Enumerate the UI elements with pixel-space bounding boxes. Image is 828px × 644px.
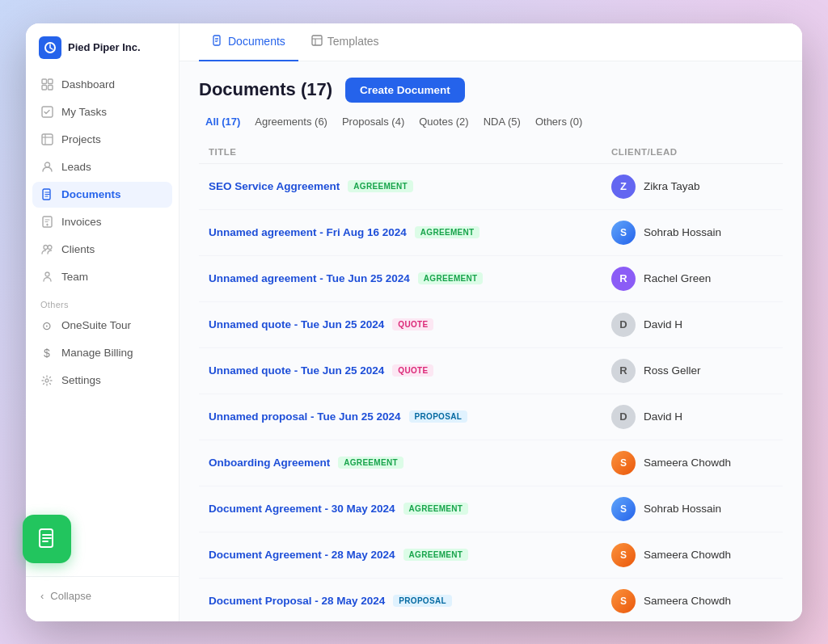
dashboard-icon (40, 78, 53, 91)
sidebar-nav: Dashboard My Tasks (26, 72, 179, 290)
doc-info: SEO Service Aggreement AGREEMENT (209, 180, 611, 192)
doc-badge: AGREEMENT (403, 549, 469, 561)
table-row[interactable]: SEO Service Aggreement AGREEMENT Z Zikra… (199, 164, 783, 210)
create-document-button[interactable]: Create Document (345, 78, 465, 103)
doc-badge: AGREEMENT (418, 272, 484, 284)
sidebar-item-label: Dashboard (61, 78, 115, 90)
client-name: Sohrab Hossain (644, 226, 721, 238)
sidebar-item-label: Manage Billing (61, 347, 133, 359)
tour-icon: ⊙ (40, 319, 53, 332)
doc-client: R Rachel Green (611, 267, 773, 291)
sidebar-item-manage-billing[interactable]: $ Manage Billing (32, 340, 172, 366)
sidebar-item-label: Team (61, 271, 88, 283)
tab-documents-icon (212, 35, 223, 48)
table-row[interactable]: Onboarding Agreement AGREEMENT S Sameera… (199, 440, 783, 486)
avatar: S (611, 451, 636, 475)
avatar: D (611, 313, 636, 337)
filter-all[interactable]: All (17) (199, 112, 247, 131)
doc-badge: PROPOSAL (409, 410, 468, 423)
avatar: D (611, 405, 636, 429)
tab-templates-label: Templates (327, 35, 379, 48)
filter-tabs: All (17) Agreements (6) Proposals (4) Qu… (180, 112, 802, 141)
avatar: S (611, 221, 636, 245)
doc-info: Unnamed quote - Tue Jun 25 2024 QUOTE (209, 364, 611, 377)
sidebar-item-label: Invoices (61, 216, 102, 228)
sidebar-item-leads[interactable]: Leads (32, 154, 172, 180)
collapse-label: Collapse (50, 590, 91, 602)
sidebar-bottom: ‹ Collapse (26, 576, 179, 608)
sidebar-item-label: OneSuite Tour (61, 319, 131, 331)
billing-icon: $ (40, 347, 53, 360)
table-row[interactable]: Document Agreement - 28 May 2024 AGREEME… (199, 532, 783, 579)
sidebar-item-dashboard[interactable]: Dashboard (32, 72, 172, 98)
svg-rect-6 (42, 134, 53, 145)
sidebar-item-onesuite-tour[interactable]: ⊙ OneSuite Tour (32, 313, 172, 339)
doc-title: Unnamed quote - Tue Jun 25 2024 (209, 318, 384, 330)
doc-client: D David H (611, 313, 773, 337)
sidebar-item-projects[interactable]: Projects (32, 127, 172, 153)
doc-badge: QUOTE (392, 318, 433, 330)
sidebar-item-clients[interactable]: Clients (32, 237, 172, 263)
sidebar-item-settings[interactable]: Settings (32, 368, 172, 394)
table-header: TITLE CLIENT/LEAD (199, 141, 783, 164)
tasks-icon (40, 106, 53, 119)
filter-nda[interactable]: NDA (5) (477, 112, 527, 131)
sidebar-item-label: Documents (61, 188, 121, 200)
doc-badge: AGREEMENT (415, 226, 480, 238)
chevron-left-icon: ‹ (40, 590, 44, 602)
page-header: Documents (17) Create Document (180, 61, 802, 112)
doc-client: Z Zikra Tayab (611, 175, 773, 199)
sidebar-item-team[interactable]: Team (32, 264, 172, 290)
doc-client: S Sameera Chowdh (611, 451, 773, 475)
doc-title: Unnamed agreement - Fri Aug 16 2024 (209, 226, 407, 238)
clients-icon (40, 243, 53, 256)
filter-proposals[interactable]: Proposals (4) (336, 112, 411, 131)
invoices-icon (40, 216, 53, 229)
client-name: David H (644, 410, 682, 423)
client-name: Rachel Green (644, 272, 711, 284)
doc-info: Onboarding Agreement AGREEMENT (209, 457, 611, 469)
doc-title: Unnamed agreement - Tue Jun 25 2024 (209, 272, 410, 284)
table-row[interactable]: Unnamed agreement - Fri Aug 16 2024 AGRE… (199, 210, 783, 256)
doc-title: Unnamed proposal - Tue Jun 25 2024 (209, 410, 401, 423)
table-row[interactable]: Document Agreement - 30 May 2024 AGREEME… (199, 486, 783, 532)
avatar: R (611, 359, 636, 383)
table-row[interactable]: Unnamed quote - Tue Jun 25 2024 QUOTE D … (199, 302, 783, 348)
sidebar-item-label: Projects (61, 133, 101, 145)
table-row[interactable]: Unnamed quote - Tue Jun 25 2024 QUOTE R … (199, 348, 783, 394)
doc-title: Onboarding Agreement (209, 457, 330, 469)
doc-info: Unnamed agreement - Tue Jun 25 2024 AGRE… (209, 272, 611, 284)
tab-templates[interactable]: Templates (298, 23, 392, 61)
doc-title: SEO Service Aggreement (209, 180, 340, 192)
main-content: Documents Templates Documents (17) Creat… (180, 23, 802, 621)
doc-info: Document Proposal - 28 May 2024 PROPOSAL (209, 595, 611, 607)
doc-info: Document Agreement - 30 May 2024 AGREEME… (209, 503, 611, 515)
app-window: Pied Piper Inc. Dashboard (26, 23, 802, 621)
svg-point-14 (45, 272, 49, 276)
doc-client: S Sameera Chowdh (611, 589, 773, 613)
sidebar-item-documents[interactable]: Documents (32, 182, 172, 208)
tab-documents[interactable]: Documents (199, 23, 298, 61)
table-row[interactable]: Document Proposal - 28 May 2024 PROPOSAL… (199, 579, 783, 621)
settings-icon (40, 374, 53, 387)
projects-icon (40, 133, 53, 146)
filter-others[interactable]: Others (0) (529, 112, 589, 131)
sidebar-item-label: Leads (61, 161, 91, 173)
svg-point-15 (45, 379, 49, 382)
client-name: Sameera Chowdh (644, 549, 731, 561)
filter-quotes[interactable]: Quotes (2) (412, 112, 475, 131)
table-row[interactable]: Unnamed proposal - Tue Jun 25 2024 PROPO… (199, 394, 783, 440)
doc-info: Unnamed quote - Tue Jun 25 2024 QUOTE (209, 318, 611, 330)
sidebar-item-label: My Tasks (61, 106, 107, 118)
avatar: Z (611, 175, 636, 199)
doc-client: D David H (611, 405, 773, 429)
col-client-header: CLIENT/LEAD (611, 147, 773, 157)
sidebar-item-my-tasks[interactable]: My Tasks (32, 99, 172, 125)
table-row[interactable]: Unnamed agreement - Tue Jun 25 2024 AGRE… (199, 256, 783, 302)
filter-agreements[interactable]: Agreements (6) (248, 112, 334, 131)
doc-title: Document Agreement - 30 May 2024 (209, 503, 395, 515)
collapse-button[interactable]: ‹ Collapse (32, 583, 172, 608)
doc-title: Document Agreement - 28 May 2024 (209, 549, 395, 561)
sidebar-logo: Pied Piper Inc. (26, 36, 179, 72)
sidebar-item-invoices[interactable]: Invoices (32, 209, 172, 235)
